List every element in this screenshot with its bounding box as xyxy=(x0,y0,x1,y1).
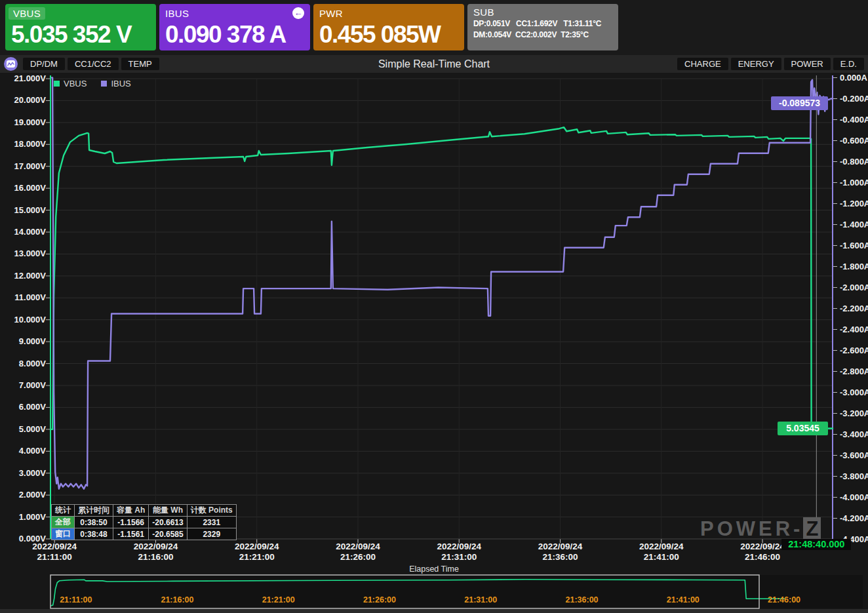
ibus-swatch-icon xyxy=(101,81,107,87)
power-z-watermark: POWER-Z xyxy=(700,519,821,539)
vbus-line xyxy=(50,127,833,429)
legend-item-vbus[interactable]: VBUS xyxy=(54,79,87,89)
x-axis-title: Elapsed Time xyxy=(0,564,868,574)
tab-charge[interactable]: CHARGE xyxy=(677,58,728,70)
stats-row-label: 全部 xyxy=(52,517,75,528)
legend-vbus-label: VBUS xyxy=(64,79,87,89)
stats-cell: -1.1561 xyxy=(113,528,149,540)
stats-cell: -1.1566 xyxy=(113,517,149,528)
power-z-app-window: VBUS 5.035 352 V IBUS ← 0.090 378 A PWR … xyxy=(0,0,868,613)
legend-ibus-label: IBUS xyxy=(111,79,130,89)
stats-header-row: 统计 累计时间 容量 Ah 能量 Wh 计数 Points xyxy=(52,505,237,517)
vbus-last-value-chip: 5.03545 xyxy=(778,422,828,435)
tab-dp-dm[interactable]: DP/DM xyxy=(23,58,65,70)
bottom-strip xyxy=(0,609,868,613)
stats-header: 统计 xyxy=(52,505,75,517)
stats-row-all: 全部 0:38:50 -1.1566 -20.6613 2331 xyxy=(52,517,237,528)
stats-cell: -20.6585 xyxy=(149,528,187,540)
tab-energy[interactable]: ENERGY xyxy=(731,58,781,70)
right-tab-group: CHARGEENERGYPOWERE.D. xyxy=(677,58,864,70)
stats-header: 计数 Points xyxy=(187,505,236,517)
tab-power[interactable]: POWER xyxy=(784,58,831,70)
ibus-line xyxy=(52,78,833,489)
stats-header: 累计时间 xyxy=(75,505,113,517)
left-tab-group: DP/DMCC1/CC2TEMP xyxy=(23,58,159,70)
stats-cell: 0:38:48 xyxy=(75,528,113,540)
stats-cell: -20.6613 xyxy=(149,517,187,528)
stats-row-window: 窗口 0:38:48 -1.1561 -20.6585 2329 xyxy=(52,528,237,540)
stats-table: 统计 累计时间 容量 Ah 能量 Wh 计数 Points 全部 0:38:50… xyxy=(51,504,237,540)
stats-cell: 2329 xyxy=(187,528,236,540)
ibus-last-value-chip: -0.089573 xyxy=(771,96,828,110)
vbus-swatch-icon xyxy=(54,81,60,87)
chart-legend[interactable]: VBUS IBUS xyxy=(54,79,131,89)
stats-cell: 0:38:50 xyxy=(75,517,113,528)
tab-cc1-cc2[interactable]: CC1/CC2 xyxy=(68,58,119,70)
stats-header: 容量 Ah xyxy=(113,505,149,517)
stats-cell: 2331 xyxy=(187,517,236,528)
legend-item-ibus[interactable]: IBUS xyxy=(101,79,130,89)
tab-e-d[interactable]: E.D. xyxy=(833,58,864,70)
cursor-time-label: 21:48:40.000 xyxy=(781,539,851,550)
stats-row-label: 窗口 xyxy=(52,528,75,540)
stats-header: 能量 Wh xyxy=(149,505,187,517)
tab-temp[interactable]: TEMP xyxy=(121,58,159,70)
